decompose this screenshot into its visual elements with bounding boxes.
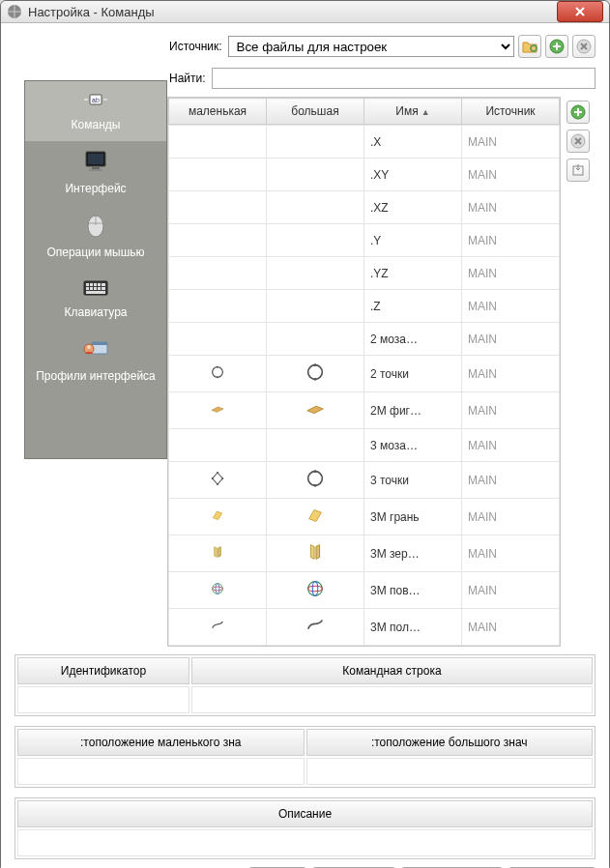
delete-command-button[interactable]: [566, 130, 590, 153]
identifier-header[interactable]: Идентификатор: [17, 657, 189, 684]
cell-small-icon: [169, 323, 267, 356]
cell-small-icon: [169, 356, 267, 392]
add-command-button[interactable]: [566, 101, 590, 124]
cell-source: MAIN: [462, 499, 560, 535]
titlebar: Настройка - Команды: [1, 1, 609, 23]
sidebar-item-mouse[interactable]: Операции мышью: [25, 205, 166, 269]
small-icon-loc-header[interactable]: :тоположение маленького зна: [17, 729, 305, 756]
table-row[interactable]: .XYMAIN: [169, 159, 560, 191]
table-row[interactable]: .XZMAIN: [169, 191, 560, 224]
svg-point-31: [314, 363, 317, 366]
cell-small-icon: [169, 462, 267, 499]
description-header[interactable]: Описание: [17, 800, 593, 827]
export-command-button[interactable]: [566, 159, 590, 182]
svg-rect-15: [98, 283, 101, 286]
table-row[interactable]: .XMAIN: [169, 126, 560, 159]
cell-source: MAIN: [462, 609, 560, 646]
cell-big-icon: [267, 356, 364, 392]
remove-button[interactable]: [572, 35, 595, 58]
col-source[interactable]: Источник: [462, 99, 560, 125]
cell-small-icon: [169, 392, 267, 429]
cell-big-icon: [267, 159, 364, 191]
browse-folder-button[interactable]: [518, 35, 541, 58]
col-big[interactable]: большая: [267, 99, 364, 125]
sidebar-item-keyboard[interactable]: Клавиатура: [25, 269, 166, 329]
cell-big-icon: [267, 429, 364, 462]
cell-source: MAIN: [462, 159, 560, 191]
svg-point-33: [217, 472, 218, 474]
svg-point-30: [308, 365, 323, 380]
detail-row: [17, 758, 593, 785]
table-row[interactable]: 3 точкиMAIN: [169, 462, 560, 499]
cell-name: 2М фиг…: [364, 392, 462, 429]
table-row[interactable]: 3М пов…MAIN: [169, 572, 560, 609]
table-header-row: маленькая большая Имя▲ Источник: [169, 99, 560, 125]
svg-point-32: [314, 378, 317, 381]
cell-small-icon: [169, 535, 267, 572]
close-button[interactable]: [557, 1, 603, 22]
window-title: Настройка - Команды: [28, 5, 155, 19]
svg-rect-9: [89, 169, 102, 171]
commandline-header[interactable]: Командная строка: [191, 657, 593, 684]
svg-point-44: [308, 586, 323, 592]
table-row[interactable]: .YMAIN: [169, 224, 560, 257]
cell-big-icon: [267, 257, 364, 290]
table-scroll[interactable]: .XMAIN.XYMAIN.XZMAIN.YMAIN.YZMAIN.ZMAIN2…: [168, 125, 560, 646]
table-row[interactable]: .YZMAIN: [169, 257, 560, 290]
svg-point-40: [213, 584, 223, 594]
sidebar-item-commands[interactable]: ab Команды: [25, 81, 166, 141]
cell-name: .YZ: [364, 257, 462, 290]
sidebar-item-profiles[interactable]: Профили интерфейса: [25, 329, 166, 392]
svg-point-26: [87, 345, 91, 349]
cell-big-icon: [267, 126, 364, 159]
cell-small-icon: [169, 290, 267, 323]
cell-source: MAIN: [462, 392, 560, 429]
cell-small-icon: [169, 191, 267, 224]
svg-point-36: [212, 477, 214, 479]
cell-source: MAIN: [462, 323, 560, 356]
add-button[interactable]: [545, 35, 568, 58]
svg-rect-14: [94, 283, 97, 286]
svg-rect-21: [102, 287, 105, 290]
table-row[interactable]: .ZMAIN: [169, 290, 560, 323]
cell-small-icon: [169, 159, 267, 191]
cell-big-icon: [267, 609, 364, 646]
cell-name: .Y: [364, 224, 462, 257]
cell-name: .XY: [364, 159, 462, 191]
cell-source: MAIN: [462, 257, 560, 290]
app-icon: [7, 4, 22, 19]
cell-source: MAIN: [462, 191, 560, 224]
search-label: Найти:: [169, 72, 206, 85]
cell-name: .XZ: [364, 191, 462, 224]
table-row[interactable]: 3М пол…MAIN: [169, 609, 560, 646]
table-row[interactable]: 2 моза…MAIN: [169, 323, 560, 356]
svg-rect-8: [92, 167, 100, 169]
table-side-buttons: [566, 97, 595, 647]
table-row[interactable]: 3М зер…MAIN: [169, 535, 560, 572]
detail-row: [17, 829, 593, 856]
table-row[interactable]: 3 моза…MAIN: [169, 429, 560, 462]
cell-source: MAIN: [462, 356, 560, 392]
cell-source: MAIN: [462, 224, 560, 257]
sidebar-item-label: Операции мышью: [27, 246, 164, 259]
table-row[interactable]: 2М фиг…MAIN: [169, 392, 560, 429]
cell-big-icon: [267, 290, 364, 323]
cell-big-icon: [267, 323, 364, 356]
sidebar-item-label: Команды: [27, 118, 164, 131]
sidebar-item-label: Клавиатура: [27, 305, 164, 319]
cell-big-icon: [267, 392, 364, 429]
col-small[interactable]: маленькая: [169, 99, 267, 125]
cell-small-icon: [169, 499, 267, 535]
big-icon-loc-header[interactable]: :тоположение большого знач: [306, 729, 594, 756]
svg-point-27: [213, 367, 223, 378]
sidebar-item-interface[interactable]: Интерфейс: [25, 141, 166, 205]
source-select[interactable]: Все файлы для настроек: [228, 36, 514, 57]
svg-rect-24: [92, 342, 107, 345]
sidebar: ab Команды Интерфейс Операции мышью Клав…: [24, 80, 167, 459]
search-input[interactable]: [212, 68, 595, 89]
table-row[interactable]: 3М граньMAIN: [169, 499, 560, 535]
commands-table: маленькая большая Имя▲ Источник .XMAIN.X…: [167, 97, 561, 647]
col-name[interactable]: Имя▲: [364, 99, 462, 125]
table-row[interactable]: 2 точкиMAIN: [169, 356, 560, 392]
svg-point-34: [221, 477, 223, 479]
